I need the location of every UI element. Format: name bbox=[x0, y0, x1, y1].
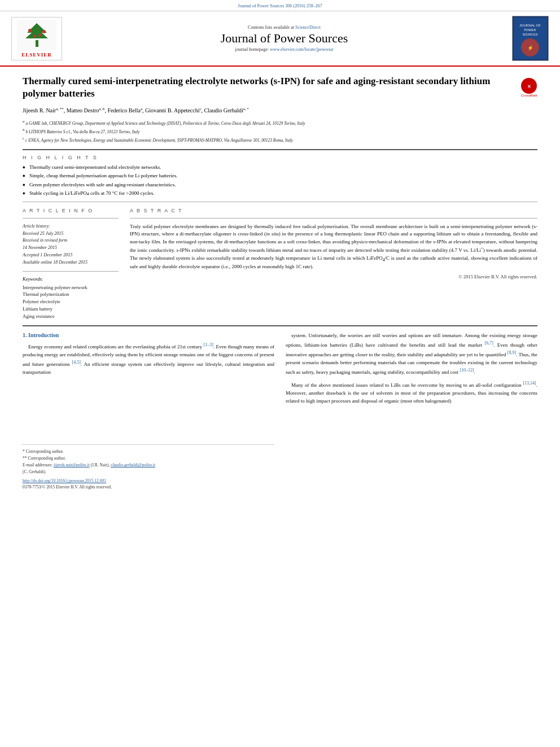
ref-6-7[interactable]: [6,7] bbox=[485, 340, 493, 346]
abstract-col: A B S T R A C T Truly solid polymer elec… bbox=[130, 208, 537, 320]
svg-point-6 bbox=[38, 34, 41, 37]
highlights-label: H I G H L I G H T S bbox=[23, 155, 537, 160]
intro-para-left: Energy economy and related complications… bbox=[23, 342, 274, 377]
highlight-3: Green polymer electrolytes with safe and… bbox=[23, 181, 537, 189]
ref-4-5[interactable]: [4,5] bbox=[72, 360, 81, 365]
author-2: Matteo Destroa, b, bbox=[67, 107, 108, 113]
section-number: 1. bbox=[23, 332, 27, 338]
copyright: © 2015 Elsevier B.V. All rights reserved… bbox=[130, 274, 537, 279]
keywords-title: Keywords: bbox=[23, 276, 119, 282]
keyword-5: Aging resistance bbox=[23, 313, 119, 320]
elsevier-tree-icon bbox=[17, 20, 56, 51]
ref-1-3[interactable]: [1–3] bbox=[204, 342, 213, 347]
author-1: Jijeesh R. Naira, **, bbox=[23, 107, 67, 113]
affil-1: a a GAME lab, CHENERGY Group, Department… bbox=[23, 119, 537, 126]
article-history: Article history: Received 25 July 2015 R… bbox=[23, 223, 119, 267]
ref-10-12[interactable]: [10–12] bbox=[460, 368, 474, 373]
contents-label: Contents lists available at bbox=[248, 25, 294, 30]
history-revised-label: Received in revised form bbox=[23, 237, 119, 244]
section-title-text: Introduction bbox=[28, 332, 59, 338]
two-col-body: 1. Introduction Energy economy and relat… bbox=[23, 332, 537, 490]
abstract-text: Truly solid polymer electrolyte membrane… bbox=[130, 223, 537, 271]
highlight-2: Simple, cheap thermal polymerisation app… bbox=[23, 172, 537, 180]
svg-text:POWER: POWER bbox=[524, 28, 536, 32]
history-received: Received 25 July 2015 bbox=[23, 230, 119, 238]
footer-notes-block: * Corresponding author. ** Corresponding… bbox=[23, 444, 274, 475]
journal-citation: Journal of Power Sources 306 (2016) 258–… bbox=[238, 3, 322, 8]
divider-5 bbox=[130, 218, 537, 219]
svg-point-4 bbox=[42, 30, 46, 33]
article-title: Thermally cured semi-interpenetrating el… bbox=[23, 75, 537, 100]
highlight-4: Stable cycling in Li/LiFePO₄ cells at 70… bbox=[23, 190, 537, 197]
intro-para-right-1: system. Unfortunately, the worries are s… bbox=[286, 332, 537, 377]
keyword-3: Polymer electrolyte bbox=[23, 298, 119, 305]
body-col-right: system. Unfortunately, the worries are s… bbox=[286, 332, 537, 490]
keywords-section: Keywords: Interpenetrating polymer netwo… bbox=[23, 276, 119, 320]
keyword-2: Thermal polymerization bbox=[23, 291, 119, 298]
keyword-4: Lithium battery bbox=[23, 305, 119, 313]
keyword-1: Interpenetrating polymer network bbox=[23, 284, 119, 291]
journal-homepage: journal homepage: www.elsevier.com/locat… bbox=[62, 47, 506, 52]
history-accepted: Accepted 1 December 2015 bbox=[23, 252, 119, 259]
footer-note-1: * Corresponding author. bbox=[23, 448, 274, 455]
svg-point-3 bbox=[28, 29, 32, 32]
journal-header: ELSEVIER Contents lists available at Sci… bbox=[0, 11, 560, 67]
abstract-paragraph: Truly solid polymer electrolyte membrane… bbox=[130, 223, 537, 271]
divider-1 bbox=[23, 149, 537, 150]
affil-2: b b LITHOPS Batteries S.r.l., Via della … bbox=[23, 128, 537, 135]
elsevier-box: ELSEVIER bbox=[11, 17, 62, 60]
journal-title-block: Contents lists available at ScienceDirec… bbox=[62, 25, 506, 52]
two-column-section: A R T I C L E I N F O Article history: R… bbox=[23, 208, 537, 320]
footer-note-2: ** Corresponding author. bbox=[23, 455, 274, 462]
crossmark-icon: ✕ bbox=[521, 78, 537, 94]
section-1-title: 1. Introduction bbox=[23, 332, 274, 338]
footer-email-name-2: (C. Gerbaldi). bbox=[23, 469, 274, 475]
body-col-left: 1. Introduction Energy economy and relat… bbox=[23, 332, 274, 490]
svg-text:✕: ✕ bbox=[527, 84, 531, 89]
history-title: Article history: bbox=[23, 223, 119, 230]
footer-issn: 0378-7753/© 2015 Elsevier B.V. All right… bbox=[23, 484, 274, 490]
top-bar: Journal of Power Sources 306 (2016) 258–… bbox=[0, 0, 560, 11]
homepage-label: journal homepage: bbox=[235, 47, 269, 52]
main-content: ✕ CrossMark Thermally cured semi-interpe… bbox=[0, 67, 560, 325]
svg-rect-0 bbox=[36, 40, 38, 47]
author-5: Claudio Gerbaldia, * bbox=[204, 107, 249, 113]
body-col-left-text: Energy economy and related complications… bbox=[23, 342, 274, 377]
email-2-link[interactable]: claudio.gerbaldi@polito.it bbox=[111, 462, 155, 468]
science-direct-link[interactable]: ScienceDirect bbox=[295, 25, 321, 30]
crossmark: ✕ CrossMark bbox=[521, 78, 537, 97]
svg-text:⚡: ⚡ bbox=[527, 45, 534, 51]
footer-doi-block: http://dx.doi.org/10.1016/j.jpowsour.201… bbox=[23, 478, 274, 483]
abstract-label: A B S T R A C T bbox=[130, 208, 537, 213]
svg-text:SOURCES: SOURCES bbox=[522, 33, 538, 36]
intro-para-right-2: Many of the above mentioned issues relat… bbox=[286, 380, 537, 405]
history-revised-date: 14 November 2015 bbox=[23, 244, 119, 252]
body-content: 1. Introduction Energy economy and relat… bbox=[0, 326, 560, 498]
divider-4 bbox=[23, 271, 119, 272]
email-1-link[interactable]: jijeesh.nair@polito.it bbox=[54, 462, 90, 468]
svg-text:JOURNAL OF: JOURNAL OF bbox=[519, 24, 541, 27]
author-4: Giovanni B. Appetecchic, bbox=[145, 107, 204, 113]
ref-13-14[interactable]: [13,14] bbox=[523, 381, 536, 386]
elsevier-text: ELSEVIER bbox=[21, 52, 52, 58]
affiliations: a a GAME lab, CHENERGY Group, Department… bbox=[23, 119, 537, 143]
email-name-1: (J.R. Nair), bbox=[90, 462, 110, 468]
homepage-url[interactable]: www.elsevier.com/locate/jpowsour bbox=[270, 47, 333, 52]
journal-title: Journal of Power Sources bbox=[62, 31, 506, 46]
svg-point-5 bbox=[33, 35, 36, 38]
doi-link[interactable]: http://dx.doi.org/10.1016/j.jpowsour.201… bbox=[23, 478, 106, 483]
body-col-right-text: system. Unfortunately, the worries are s… bbox=[286, 332, 537, 405]
authors: Jijeesh R. Naira, **, Matteo Destroa, b,… bbox=[23, 106, 537, 114]
article-info-col: A R T I C L E I N F O Article history: R… bbox=[23, 208, 119, 320]
article-info-label: A R T I C L E I N F O bbox=[23, 208, 119, 213]
highlights-list: Thermally cured semi-interpenetrated sol… bbox=[23, 164, 537, 197]
ref-8-9[interactable]: [8,9] bbox=[508, 350, 516, 355]
history-available: Available online 18 December 2015 bbox=[23, 259, 119, 267]
highlight-1: Thermally cured semi-interpenetrated sol… bbox=[23, 164, 537, 171]
author-3: Federico Bellaa, bbox=[107, 107, 145, 113]
affil-3: c c ENEA, Agency for New Technologies, E… bbox=[23, 136, 537, 143]
science-direct-line: Contents lists available at ScienceDirec… bbox=[62, 25, 506, 30]
page: Journal of Power Sources 306 (2016) 258–… bbox=[0, 0, 560, 747]
divider-2 bbox=[23, 202, 537, 202]
footer-email-line: E-mail addresses: jijeesh.nair@polito.it… bbox=[23, 462, 274, 469]
